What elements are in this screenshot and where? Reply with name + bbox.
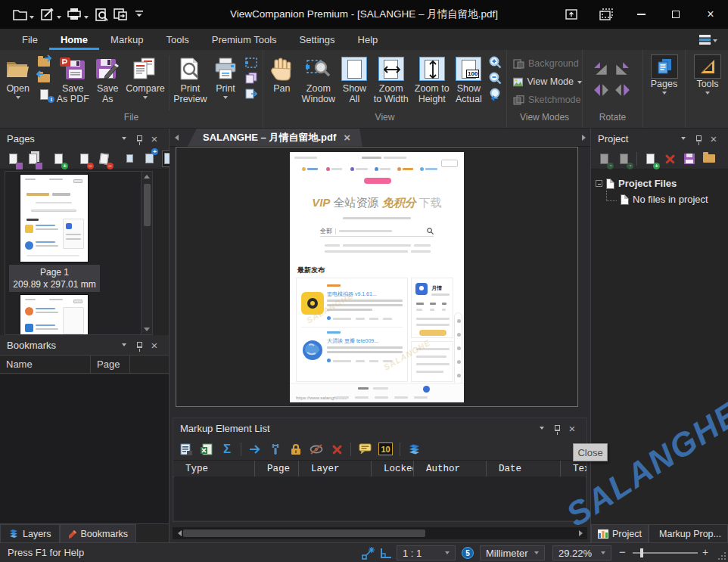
menu-file[interactable]: File xyxy=(11,29,49,50)
print-dropdown-icon[interactable] xyxy=(84,16,89,19)
customize-quick-access-icon[interactable] xyxy=(130,5,148,23)
markup-col-locked[interactable]: Locked xyxy=(372,461,414,477)
copy-view-icon[interactable] xyxy=(244,56,259,69)
open-dropdown-icon[interactable] xyxy=(30,16,34,19)
zoom-in-icon[interactable] xyxy=(487,56,502,69)
markup-count-badge[interactable]: 10 xyxy=(378,442,393,455)
open-button[interactable]: Open xyxy=(2,54,34,100)
markup-sum-icon[interactable]: Σ xyxy=(220,441,234,458)
flip-horizontal-icon[interactable] xyxy=(614,82,633,101)
close-button[interactable]: × xyxy=(693,0,728,29)
page2-thumbnail[interactable] xyxy=(20,295,88,335)
save-page-icon[interactable] xyxy=(6,151,20,167)
thumbnail-medium-icon[interactable]: + xyxy=(142,151,156,167)
project-tree-empty[interactable]: No files in project xyxy=(596,191,723,207)
compare-button[interactable]: Compare xyxy=(123,54,167,100)
tab-scroll-left-icon[interactable] xyxy=(170,135,183,141)
markup-menu-chevron-icon[interactable] xyxy=(534,427,549,430)
bookmarks-menu-chevron-icon[interactable] xyxy=(117,343,132,346)
menu-tools[interactable]: Tools xyxy=(154,29,200,50)
markup-table-body[interactable] xyxy=(174,477,586,520)
markup-pin-icon[interactable] xyxy=(549,425,565,431)
pages-menu-chevron-icon[interactable] xyxy=(117,137,132,140)
markup-col-page[interactable]: Page xyxy=(255,461,299,477)
copy-region-icon[interactable] xyxy=(244,88,259,101)
project-save-icon[interactable] xyxy=(683,151,696,167)
menu-premium-tools[interactable]: Premium Tools xyxy=(201,29,288,50)
markup-report-icon[interactable] xyxy=(179,441,193,458)
resize-grip[interactable] xyxy=(724,558,726,560)
cascade-windows-icon[interactable] xyxy=(589,0,624,29)
edit-dropdown-icon[interactable] xyxy=(57,16,61,19)
project-reload-icon[interactable]: ◔ xyxy=(617,151,630,167)
markup-col-date[interactable]: Date xyxy=(487,461,561,477)
rotate-right-icon[interactable] xyxy=(614,61,633,80)
zoom-out-button[interactable]: − xyxy=(619,545,626,558)
markup-comment-icon[interactable] xyxy=(358,441,372,458)
recent-folder-forward-icon[interactable] xyxy=(36,56,51,69)
view-mode-button[interactable]: View Mode xyxy=(507,73,582,91)
pages-close-icon[interactable]: × xyxy=(147,133,162,144)
tab-layers[interactable]: Layers xyxy=(0,524,60,542)
document-tab[interactable]: SALANGHE – 月情自留地.pdf × xyxy=(188,129,362,147)
menu-help[interactable]: Help xyxy=(347,29,390,50)
sketchmode-toggle[interactable]: Sketchmode xyxy=(507,91,582,109)
markup-delete-icon[interactable] xyxy=(330,441,344,458)
markup-close-icon[interactable]: × xyxy=(565,423,580,434)
add-page-icon[interactable]: + xyxy=(51,151,65,167)
tab-bookmarks[interactable]: Bookmarks xyxy=(60,524,137,542)
print-preview-button[interactable]: Print Preview xyxy=(171,54,210,105)
page1-label[interactable]: Page 1 209.89 x 297.01 mm xyxy=(9,265,100,292)
zoom-out-icon[interactable] xyxy=(487,72,502,85)
zoom-slider-thumb[interactable] xyxy=(640,548,643,557)
print-button[interactable]: Print xyxy=(210,54,241,100)
project-remove-file-icon[interactable] xyxy=(663,151,677,167)
scroll-up-icon[interactable] xyxy=(144,175,150,179)
project-tree-root[interactable]: Project Files xyxy=(596,175,723,191)
flip-vertical-icon[interactable] xyxy=(593,82,612,101)
scroll-down-icon[interactable] xyxy=(144,328,150,331)
restore-document-window-icon[interactable] xyxy=(554,0,589,29)
maximize-button[interactable] xyxy=(658,0,693,29)
zoom-slider[interactable] xyxy=(633,552,698,554)
file-info-icon[interactable]: i xyxy=(36,88,51,101)
zoom-previous-icon[interactable] xyxy=(487,88,502,101)
zoom-to-height-button[interactable]: Zoom to Height xyxy=(412,54,453,105)
show-actual-button[interactable]: 100 Show Actual xyxy=(453,54,485,105)
markup-goto-icon[interactable] xyxy=(248,441,262,458)
pan-button[interactable]: Pan xyxy=(265,54,299,95)
print-preview-icon[interactable] xyxy=(92,5,110,23)
zoom-to-width-button[interactable]: Zoom to Width xyxy=(371,54,412,105)
background-toggle[interactable]: Background xyxy=(507,54,582,73)
export-image-icon[interactable] xyxy=(111,5,129,23)
bookmarks-close-icon[interactable]: × xyxy=(147,340,162,351)
tab-scroll-right-icon[interactable] xyxy=(577,135,590,141)
rotate-left-icon[interactable] xyxy=(593,61,612,80)
zoom-in-button[interactable]: + xyxy=(702,546,708,558)
zoom-level-select[interactable]: 29.22% xyxy=(552,545,611,560)
thumbnail-small-icon[interactable] xyxy=(123,151,136,167)
snap-point-icon[interactable] xyxy=(362,546,375,562)
bookmarks-pin-icon[interactable] xyxy=(132,342,147,348)
ortho-mode-icon[interactable] xyxy=(380,548,392,561)
project-menu-chevron-icon[interactable] xyxy=(676,137,691,140)
markup-col-type[interactable]: Type xyxy=(173,461,255,477)
delete-all-pages-icon[interactable]: − xyxy=(97,151,110,167)
markup-layers-icon[interactable] xyxy=(407,441,421,458)
bookmarks-col-page[interactable]: Page xyxy=(91,356,130,373)
print-icon[interactable] xyxy=(65,5,83,23)
project-close-icon[interactable]: × xyxy=(706,133,721,144)
markup-lock-icon[interactable] xyxy=(289,441,303,458)
ribbon-style-icon[interactable] xyxy=(699,35,717,45)
zoom-window-button[interactable]: Zoom Window xyxy=(299,54,339,105)
page1-thumbnail[interactable] xyxy=(20,175,88,262)
tab-project[interactable]: Project xyxy=(591,524,649,542)
snap-count-badge[interactable]: 5 xyxy=(462,547,474,559)
save-all-pages-icon[interactable] xyxy=(26,151,39,167)
document-viewport[interactable]: VIP 全站资源 免积分 下载 全部 最新发布 xyxy=(176,147,578,407)
unit-select[interactable]: Millimeter xyxy=(480,545,545,560)
project-add-file-icon[interactable]: + xyxy=(643,151,657,167)
markup-col-text[interactable]: Tex xyxy=(561,461,586,477)
markup-col-author[interactable]: Author xyxy=(414,461,487,477)
tree-collapse-icon[interactable] xyxy=(596,180,602,187)
